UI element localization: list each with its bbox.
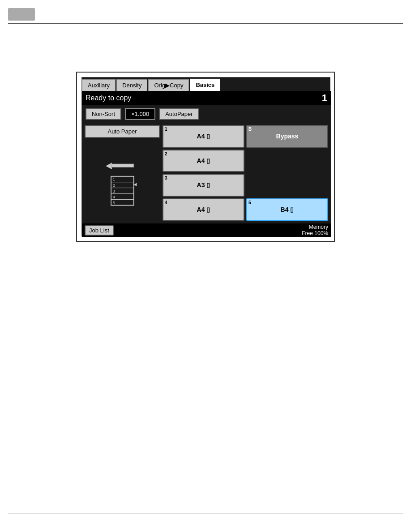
- copier-screen-frame: Auxiliary Density Orig▶Copy Basics Ready…: [76, 72, 335, 242]
- paper-slot-2[interactable]: 2 A4 ▯: [163, 150, 244, 172]
- auto-paper-select-button[interactable]: Auto Paper: [85, 125, 160, 138]
- slot-label-1: A4 ▯: [197, 133, 210, 140]
- tab-orig-copy[interactable]: Orig▶Copy: [148, 79, 189, 91]
- top-divider: [8, 23, 403, 24]
- svg-text:1: 1: [113, 177, 115, 181]
- controls-row: Non-Sort ×1.000 AutoPaper: [82, 105, 331, 122]
- slot-num-3: 3: [165, 176, 167, 180]
- svg-text:2: 2: [113, 183, 115, 187]
- paper-slot-5[interactable]: 5 B4 ▯: [246, 198, 328, 221]
- slot-label-4: A4 ▯: [197, 206, 210, 213]
- slot-label-bypass: Bypass: [276, 133, 299, 140]
- paper-slot-3[interactable]: 3 A3 ▯: [163, 174, 244, 197]
- tab-auxiliary[interactable]: Auxiliary: [82, 79, 116, 91]
- free-label: Free: [302, 230, 313, 236]
- tab-row: Auxiliary Density Orig▶Copy Basics: [82, 77, 331, 91]
- svg-marker-12: [134, 183, 137, 186]
- paper-slot-4[interactable]: 4 A4 ▯: [163, 198, 244, 221]
- job-list-button[interactable]: Job List: [85, 225, 114, 236]
- slot-label-5: B4 ▯: [281, 206, 294, 213]
- paper-slots-grid: 1 A4 ▯ B Bypass 2 A4 ▯ 3 A3 ▯: [163, 122, 331, 223]
- slot-num-5: 5: [248, 200, 251, 205]
- top-bar-indicator: [8, 8, 35, 21]
- status-bar: Ready to copy 1: [82, 91, 331, 105]
- svg-text:3: 3: [113, 189, 115, 193]
- bottom-bar: Job List Memory Free 100%: [82, 223, 331, 237]
- slot-num-bypass: B: [248, 127, 252, 132]
- paper-slot-1[interactable]: 1 A4 ▯: [163, 125, 244, 148]
- tab-basics[interactable]: Basics: [190, 78, 220, 91]
- slot-label-3: A3 ▯: [197, 181, 210, 189]
- slot-num-2: 2: [165, 151, 167, 156]
- svg-text:4: 4: [113, 194, 115, 199]
- tray-diagram-svg: 1 2 3 4 5: [102, 154, 142, 207]
- copier-screen: Auxiliary Density Orig▶Copy Basics Ready…: [81, 77, 330, 236]
- paper-area: Auto Paper: [82, 122, 331, 223]
- tray-diagram: 1 2 3 4 5: [85, 140, 160, 221]
- paper-slot-bypass[interactable]: B Bypass: [246, 125, 328, 148]
- magnification-button[interactable]: ×1.000: [125, 108, 155, 120]
- paper-left-panel: Auto Paper: [82, 122, 163, 223]
- memory-value: 100%: [314, 230, 328, 236]
- slot-label-2: A4 ▯: [197, 157, 210, 164]
- copy-count: 1: [322, 92, 327, 104]
- bottom-divider: [8, 514, 403, 514]
- memory-label: Memory: [309, 224, 328, 230]
- memory-info: Memory Free 100%: [302, 224, 328, 236]
- slot-num-1: 1: [165, 127, 167, 132]
- svg-text:5: 5: [113, 200, 115, 205]
- non-sort-button[interactable]: Non-Sort: [86, 108, 121, 120]
- tab-density[interactable]: Density: [116, 79, 147, 91]
- auto-paper-button[interactable]: AutoPaper: [159, 108, 199, 120]
- slot-num-4: 4: [165, 200, 167, 205]
- svg-rect-1: [111, 164, 134, 167]
- status-text: Ready to copy: [86, 94, 131, 102]
